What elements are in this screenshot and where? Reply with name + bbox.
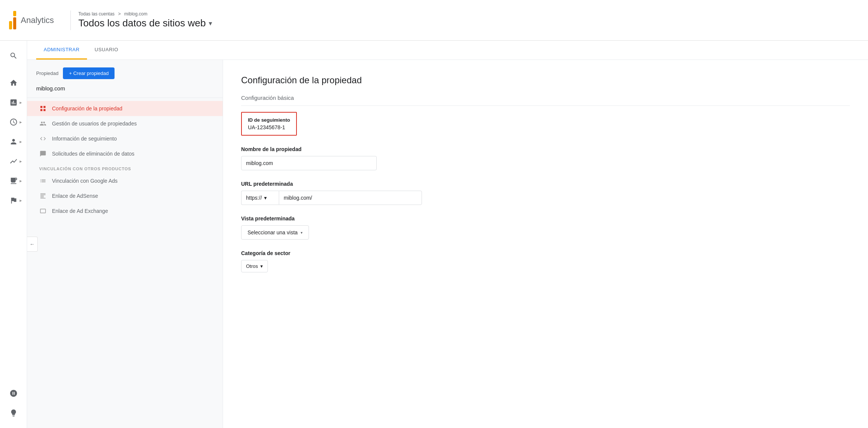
url-input-group: https:// ▾: [241, 191, 422, 205]
nav-sidebar: ← Propiedad + Crear propiedad miblog.com…: [27, 60, 223, 428]
sidebar-icon-behavior[interactable]: [5, 172, 23, 190]
sidebar-icon-discover[interactable]: [5, 404, 23, 422]
url-label: URL predeterminada: [241, 181, 850, 187]
gestion-usuarios-icon: [39, 120, 47, 127]
property-name-label: Nombre de la propiedad: [241, 146, 850, 152]
url-protocol-value: https://: [246, 195, 262, 201]
page-title-area: Todos los datos de sitios web ▾: [78, 17, 212, 29]
default-view-value: Seleccionar una vista: [248, 229, 298, 235]
tracking-id-value: UA-12345678-1: [248, 124, 290, 130]
main-content: Configuración de la propiedad Configurac…: [223, 60, 868, 428]
property-name: miblog.com: [27, 85, 223, 98]
url-protocol-arrow: ▾: [264, 195, 267, 201]
default-view-arrow: ▾: [301, 231, 303, 235]
breadcrumb-part1[interactable]: Todas las cuentas: [78, 11, 115, 17]
sidebar-icon-search[interactable]: [5, 47, 23, 65]
sidebar-icon-audience[interactable]: [5, 133, 23, 151]
content-area: ADMINISTRAR USUARIO ← Propiedad + Crear …: [27, 41, 868, 428]
solicitudes-icon: [39, 150, 47, 157]
nav-item-ad-exchange[interactable]: Enlace de Ad Exchange: [27, 203, 223, 219]
tab-bar: ADMINISTRAR USUARIO: [27, 41, 868, 60]
nav-item-adsense-label: Enlace de AdSense: [52, 193, 98, 199]
analytics-logo-icon: [9, 11, 16, 29]
svg-rect-2: [40, 109, 42, 111]
breadcrumb-separator: >: [118, 11, 121, 17]
sidebar-icon-conversions[interactable]: [5, 191, 23, 209]
sector-label: Categoría de sector: [241, 250, 850, 256]
logo-area: Analytics: [9, 11, 54, 29]
config-propiedad-icon: [39, 105, 47, 112]
nav-item-solicitudes-label: Solicitudes de eliminación de datos: [52, 151, 134, 157]
informacion-seguimiento-icon: [39, 135, 47, 142]
property-name-input[interactable]: [241, 156, 377, 170]
nav-item-google-ads-label: Vinculación con Google Ads: [52, 178, 118, 184]
create-property-button[interactable]: + Crear propiedad: [63, 67, 115, 79]
url-group: URL predeterminada https:// ▾: [241, 181, 850, 205]
property-name-group: Nombre de la propiedad: [241, 146, 850, 170]
basic-config-label: Configuración básica: [241, 95, 850, 106]
sidebar-icon-realtime[interactable]: [5, 113, 23, 131]
tab-usuario[interactable]: USUARIO: [87, 41, 126, 60]
sector-arrow: ▾: [260, 263, 263, 269]
default-view-label: Vista predeterminada: [241, 216, 850, 222]
page-title: Todos los datos de sitios web: [78, 17, 206, 29]
nav-item-google-ads[interactable]: Vinculación con Google Ads: [27, 173, 223, 188]
content-page-title: Configuración de la propiedad: [241, 75, 850, 86]
google-ads-icon: [39, 177, 47, 185]
default-view-group: Vista predeterminada Seleccionar una vis…: [241, 216, 850, 240]
sidebar-icon-attribution[interactable]: [5, 384, 23, 402]
header-nav: Todas las cuentas > miblog.com Todos los…: [78, 11, 212, 29]
breadcrumb: Todas las cuentas > miblog.com: [78, 11, 212, 17]
inner-layout: ← Propiedad + Crear propiedad miblog.com…: [27, 60, 868, 428]
nav-item-ad-exchange-label: Enlace de Ad Exchange: [52, 208, 108, 214]
nav-item-solicitudes-eliminacion[interactable]: Solicitudes de eliminación de datos: [27, 146, 223, 161]
section-label-vinculacion: VINCULACIÓN CON OTROS PRODUCTOS: [27, 161, 223, 173]
svg-rect-0: [40, 106, 42, 108]
page-title-dropdown[interactable]: ▾: [209, 19, 212, 28]
sector-select[interactable]: Otros ▾: [241, 260, 268, 272]
sidebar-icons: [0, 41, 27, 428]
header-divider: [70, 11, 71, 30]
svg-rect-1: [44, 106, 46, 108]
nav-item-informacion-seguimiento[interactable]: Información de seguimiento: [27, 131, 223, 146]
sidebar-icon-acquisition[interactable]: [5, 152, 23, 170]
url-path-input[interactable]: [279, 191, 422, 205]
nav-item-config-propiedad[interactable]: Configuración de la propiedad: [27, 101, 223, 116]
nav-item-config-propiedad-label: Configuración de la propiedad: [52, 105, 122, 112]
collapse-sidebar-button[interactable]: ←: [27, 237, 38, 252]
nav-item-gestion-usuarios[interactable]: Gestión de usuarios de propiedades: [27, 116, 223, 131]
sidebar-icon-home[interactable]: [5, 74, 23, 92]
ad-exchange-icon: [39, 207, 47, 215]
property-label: Propiedad: [36, 70, 58, 76]
tracking-id-box: ID de seguimiento UA-12345678-1: [241, 112, 297, 136]
nav-item-adsense[interactable]: Enlace de AdSense: [27, 188, 223, 203]
url-protocol-select[interactable]: https:// ▾: [241, 191, 279, 205]
nav-item-informacion-seguimiento-label: Información de seguimiento: [52, 136, 117, 142]
breadcrumb-part2[interactable]: miblog.com: [124, 11, 147, 17]
svg-rect-3: [44, 109, 46, 111]
nav-menu: Configuración de la propiedad Gestión de…: [27, 98, 223, 222]
property-header: Propiedad + Crear propiedad: [27, 67, 223, 85]
main-layout: ADMINISTRAR USUARIO ← Propiedad + Crear …: [0, 41, 868, 428]
tracking-id-label: ID de seguimiento: [248, 117, 290, 123]
header: Analytics Todas las cuentas > miblog.com…: [0, 0, 868, 41]
tab-administrar[interactable]: ADMINISTRAR: [36, 41, 87, 60]
sector-value: Otros: [246, 263, 258, 269]
app-name: Analytics: [21, 15, 54, 25]
sidebar-icon-reports[interactable]: [5, 93, 23, 112]
nav-item-gestion-usuarios-label: Gestión de usuarios de propiedades: [52, 121, 137, 127]
adsense-icon: [39, 192, 47, 200]
default-view-select[interactable]: Seleccionar una vista ▾: [241, 225, 309, 240]
sector-group: Categoría de sector Otros ▾: [241, 250, 850, 272]
